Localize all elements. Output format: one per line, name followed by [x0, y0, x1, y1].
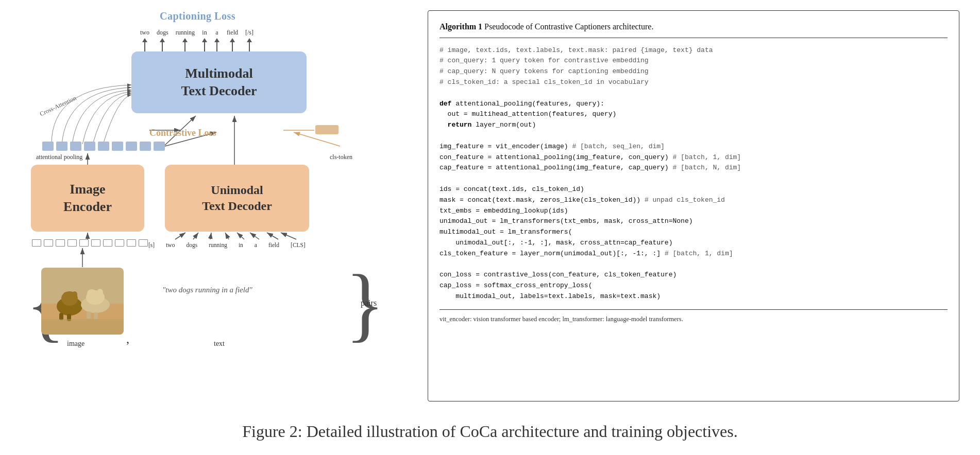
input-word-s: [s] [148, 242, 155, 248]
svg-point-25 [72, 291, 77, 297]
token-6 [112, 142, 123, 151]
img-token-3 [56, 239, 65, 247]
token-4 [84, 142, 95, 151]
token-7 [126, 142, 137, 151]
img-token-6 [91, 239, 100, 247]
svg-line-3 [294, 132, 340, 146]
code-comment-3: # cap_query: N query tokens for captioni… [440, 67, 649, 75]
img-input-tokens [32, 239, 148, 247]
token-3 [70, 142, 81, 151]
algorithm-section: Algorithm 1 Pseudocode of Contrastive Ca… [428, 10, 959, 401]
svg-rect-34 [41, 319, 124, 335]
svg-point-28 [87, 289, 96, 297]
algo-code-block: # image, text.ids, text.labels, text.mas… [440, 45, 948, 302]
img-token-5 [79, 239, 89, 247]
code-line-multi1: multimodal_out = lm_transformers( [440, 228, 572, 236]
code-line-conloss: con_loss = contrastive_loss(con_feature,… [440, 271, 677, 278]
code-line-con: con_feature = attentional_pooling(img_fe… [440, 153, 741, 161]
code-line-cap: cap_feature = attentional_pooling(img_fe… [440, 164, 741, 171]
code-line-caploss2: multimodal_out, labels=text.labels, mask… [440, 292, 661, 300]
token-9 [154, 142, 165, 151]
img-token-8 [115, 239, 124, 247]
text-quote: "two dogs running in a field" [162, 286, 252, 294]
code-comment-2: # con_query: 1 query token for contrasti… [440, 57, 649, 64]
main-container: Captioning Loss two dogs running [21, 10, 959, 441]
input-word-dogs: dogs [186, 242, 197, 248]
img-token-2 [44, 239, 53, 247]
svg-rect-30 [59, 313, 63, 320]
svg-rect-32 [87, 311, 91, 319]
algo-title-bold: Algorithm 1 [440, 22, 482, 31]
dog-image [41, 268, 124, 335]
code-line-ids: ids = concat(text.ids, cls_token_id) [440, 185, 584, 193]
pairs-label: pairs [361, 299, 377, 308]
code-line-out: out = multihead_attention(features, quer… [440, 110, 616, 118]
code-line-uni: unimodal_out = lm_transformers(txt_embs,… [440, 217, 692, 225]
token-8 [140, 142, 151, 151]
code-line-return: return layer_norm(out) [440, 121, 536, 129]
img-token-1 [32, 239, 41, 247]
code-line-caploss1: cap_loss = softmax_cross_entropy_loss( [440, 282, 592, 289]
svg-line-16 [281, 233, 296, 239]
img-token-9 [127, 239, 136, 247]
diagram-inner: Captioning Loss two dogs running [21, 10, 412, 401]
svg-rect-33 [94, 312, 98, 320]
svg-line-12 [225, 233, 229, 239]
svg-rect-19 [315, 125, 339, 134]
input-word-a: a [255, 242, 257, 248]
svg-line-13 [237, 233, 244, 239]
text-label: text [214, 340, 225, 348]
code-line-def: def attentional_pooling(features, query)… [440, 100, 604, 108]
img-token-7 [103, 239, 112, 247]
input-word-in: in [239, 242, 243, 248]
code-comment-4: # cls_token_id: a special cls_token_id i… [440, 78, 649, 86]
attentional-pooling-label: attentional pooling [36, 153, 82, 161]
token-2 [56, 142, 67, 151]
contrastive-loss-label: Contrastive Loss [149, 128, 216, 138]
algo-footer: vit_encoder: vision transformer based en… [440, 309, 948, 324]
cls-token-label: cls-token [330, 153, 352, 161]
svg-point-24 [63, 292, 71, 299]
input-word-field: field [268, 242, 279, 248]
comma: , [126, 332, 129, 346]
algo-title: Algorithm 1 Pseudocode of Contrastive Ca… [440, 20, 948, 38]
algo-title-rest: Pseudocode of Contrastive Captioners arc… [482, 22, 653, 31]
unimodal-text-decoder-box: UnimodalText Decoder [165, 165, 309, 232]
token-1 [42, 142, 54, 151]
unimodal-input-words: [s] two dogs running in a field [CLS] [148, 242, 306, 248]
code-line-img: img_feature = vit_encoder(image) # [batc… [440, 143, 665, 150]
code-line-embs: txt_embs = embedding_lookup(ids) [440, 207, 568, 215]
svg-line-15 [267, 233, 278, 239]
cross-attention-label: Cross-Attention [39, 94, 78, 118]
img-token-10 [139, 239, 148, 247]
input-word-two: two [166, 242, 175, 248]
code-line-cls: cls_token_feature = layer_norm(unimodal_… [440, 250, 733, 257]
svg-line-10 [193, 233, 198, 239]
figure-caption: Figure 2: Detailed illustration of CoCa … [242, 422, 738, 441]
captioning-loss-label: Captioning Loss [160, 10, 235, 22]
code-line-multi2: unimodal_out[:, :-1, :], mask, cross_att… [440, 239, 672, 247]
svg-line-9 [175, 233, 185, 239]
svg-line-11 [210, 233, 211, 239]
image-label: image [67, 340, 85, 348]
token-5 [98, 142, 109, 151]
svg-line-14 [250, 233, 259, 239]
input-word-running: running [209, 242, 227, 248]
multimodal-text-decoder-box: MultimodalText Decoder [131, 51, 307, 113]
img-token-4 [67, 239, 77, 247]
image-encoder-box: ImageEncoder [31, 165, 144, 232]
svg-point-29 [97, 289, 103, 296]
input-word-cls: [CLS] [291, 242, 306, 248]
attentional-pooling-tokens [42, 142, 165, 151]
code-comment-1: # image, text.ids, text.labels, text.mas… [440, 46, 713, 54]
code-line-mask: mask = concat(text.mask, zeros_like(cls_… [440, 196, 725, 204]
top-section: Captioning Loss two dogs running [21, 10, 959, 401]
diagram-section: Captioning Loss two dogs running [21, 10, 412, 401]
